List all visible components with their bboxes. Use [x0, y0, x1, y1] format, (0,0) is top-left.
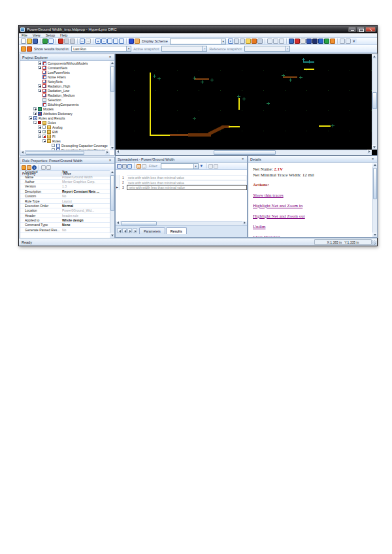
details-header[interactable]: Details — [248, 156, 377, 163]
sort-icon[interactable] — [27, 165, 31, 170]
close-icon[interactable] — [108, 55, 112, 59]
property-row[interactable]: DescriptionReport Constant Nets ... — [20, 189, 110, 194]
display-scheme-combo[interactable]: ▾ — [170, 39, 226, 44]
tab-first-button[interactable] — [117, 228, 122, 233]
info-icon[interactable]: i — [32, 165, 37, 170]
property-row[interactable]: Headerheader.rule — [20, 214, 110, 218]
tree-checkbox[interactable] — [42, 130, 46, 133]
error-marker-icon[interactable] — [295, 39, 300, 44]
property-row[interactable]: AuthorMentor Graphics Corp. — [20, 180, 110, 184]
expand-toggle-icon[interactable] — [38, 89, 41, 92]
new-file-icon[interactable] — [21, 39, 26, 44]
categorize-icon[interactable] — [22, 165, 26, 170]
result-row[interactable]: ▶3nets with width less than minimal valu… — [116, 185, 247, 190]
back-icon[interactable]: ← — [137, 164, 141, 169]
tab-prev-button[interactable] — [122, 228, 127, 233]
back-icon[interactable]: ← — [80, 39, 85, 44]
tab-parameters[interactable]: Parameters — [139, 227, 165, 234]
show-results-combo[interactable]: Last Run ▾ — [71, 46, 131, 52]
tree-item-radiation-low[interactable]: Radiation_Low — [20, 88, 110, 93]
funnel-icon[interactable]: ▼ — [199, 164, 204, 169]
spreadsheet-header[interactable]: Spreadsheet - Power/Ground Width — [116, 156, 247, 163]
minimize-button[interactable] — [348, 27, 356, 32]
rule-properties-header[interactable]: Rule Properties: Power/Ground Width — [20, 157, 114, 164]
tree-item-rules[interactable]: Rules — [20, 138, 110, 143]
tree-item-pi[interactable]: PI — [20, 134, 110, 138]
tree-item-rules[interactable]: Rules — [20, 120, 110, 125]
forward-icon[interactable]: → — [86, 39, 91, 44]
row-text[interactable]: nets with width less than minimal value — [127, 180, 247, 186]
grid-options-icon[interactable] — [214, 164, 218, 169]
forward-icon[interactable]: → — [142, 164, 146, 169]
tree-item-selection[interactable]: Selection — [20, 97, 110, 102]
tree-item-models[interactable]: Models — [20, 106, 110, 111]
select-mode-icon[interactable] — [267, 39, 272, 44]
measure-mode-icon[interactable] — [279, 39, 284, 44]
details-vscrollbar[interactable] — [372, 163, 377, 237]
action-link-highlight-net-and-zoom-in[interactable]: Highlight Net and Zoom in — [253, 203, 372, 208]
maximize-button[interactable] — [357, 27, 365, 32]
tree-checkbox[interactable] — [52, 144, 55, 147]
menu-view[interactable]: View — [33, 33, 41, 37]
highlight-icon[interactable] — [289, 39, 294, 44]
navy-layer-icon[interactable] — [312, 39, 318, 44]
expand-toggle-icon[interactable] — [33, 121, 37, 124]
zoom-in-icon[interactable]: + — [95, 39, 101, 44]
property-row[interactable]: Generate Passed Res...No — [20, 228, 110, 233]
results-marker-icon[interactable] — [27, 46, 32, 52]
back-icon[interactable]: ← — [41, 165, 46, 170]
open-folder-icon[interactable] — [27, 39, 32, 44]
property-row[interactable]: Applied toWhole design — [20, 218, 110, 223]
green-layer-icon[interactable] — [324, 39, 329, 44]
property-row[interactable]: NamePower/Ground Width — [20, 174, 110, 179]
menu-setup[interactable]: Setup — [46, 33, 55, 37]
copy-icon[interactable] — [234, 39, 239, 44]
tree-item-analog[interactable]: Analog — [20, 125, 110, 129]
export-icon[interactable] — [117, 164, 122, 169]
expand-toggle-icon[interactable] — [33, 112, 37, 115]
spreadsheet-hscrollbar[interactable] — [116, 221, 247, 225]
tree-item-attributes-dictionary[interactable]: Attributes Dictionary — [20, 111, 110, 116]
tree-item-constantnets[interactable]: ConstantNets — [20, 65, 110, 70]
row-text[interactable]: nets with width less than minimal value — [127, 175, 247, 180]
action-link-undim[interactable]: Undim — [253, 224, 372, 229]
action-link-show-thin-traces[interactable]: Show thin traces — [253, 193, 372, 198]
tree-item-emi[interactable]: EMI — [20, 129, 110, 134]
project-tree-hscrollbar[interactable] — [20, 150, 110, 155]
expand-toggle-icon[interactable] — [38, 84, 41, 88]
action-link-highlight-net-and-zoom-out[interactable]: Highlight Net and Zoom out — [253, 214, 372, 219]
tree-item-radiation-medium[interactable]: Radiation_Medium — [20, 93, 110, 97]
forward-icon[interactable]: → — [46, 165, 51, 170]
tree-item-noise-filters[interactable]: Noise Filters — [20, 74, 110, 79]
expand-toggle-icon[interactable] — [42, 139, 46, 142]
property-row[interactable]: Command TypeNone — [20, 223, 110, 227]
pcb-vscrollbar[interactable] — [372, 54, 377, 150]
expand-toggle-icon[interactable] — [38, 135, 41, 138]
property-row[interactable]: Version1.3 — [20, 184, 110, 189]
tree-item-decoupling-capacitor-coverage[interactable]: Decoupling Capacitor Coverage — [20, 143, 110, 148]
expand-toggle-icon[interactable] — [38, 125, 41, 129]
zoom-out-icon[interactable]: - — [101, 39, 106, 44]
chevron-down-icon[interactable]: ▾ — [126, 46, 131, 51]
history-icon[interactable] — [252, 39, 257, 44]
layer-toggle-orange-icon[interactable] — [135, 39, 140, 44]
comment-icon[interactable] — [246, 39, 251, 44]
tree-item-radiation-high[interactable]: Radiation_High — [20, 84, 110, 88]
close-button[interactable] — [365, 27, 376, 32]
expand-toggle-icon[interactable] — [38, 66, 41, 69]
row-text[interactable]: nets with width less than minimal value — [127, 185, 247, 190]
tree-checkbox[interactable] — [42, 125, 46, 129]
property-row[interactable]: CustomNo — [20, 194, 110, 199]
pan-mode-icon[interactable] — [273, 39, 278, 44]
tree-item-lowpowernets[interactable]: LowPowerNets — [20, 70, 110, 74]
title-bar[interactable]: PowerGround Width_tmp.hldprop - HyperLyn… — [19, 25, 377, 33]
tab-results[interactable]: Results — [166, 227, 187, 234]
search-icon[interactable] — [48, 39, 54, 44]
stop-icon[interactable] — [70, 39, 75, 44]
pcb-view[interactable] — [115, 54, 378, 155]
hatch-icon[interactable] — [301, 39, 306, 44]
pins-icon[interactable] — [346, 39, 351, 44]
step-icon[interactable] — [64, 39, 69, 44]
run-drc-icon[interactable] — [58, 39, 63, 44]
copy-image-icon[interactable] — [240, 39, 245, 44]
